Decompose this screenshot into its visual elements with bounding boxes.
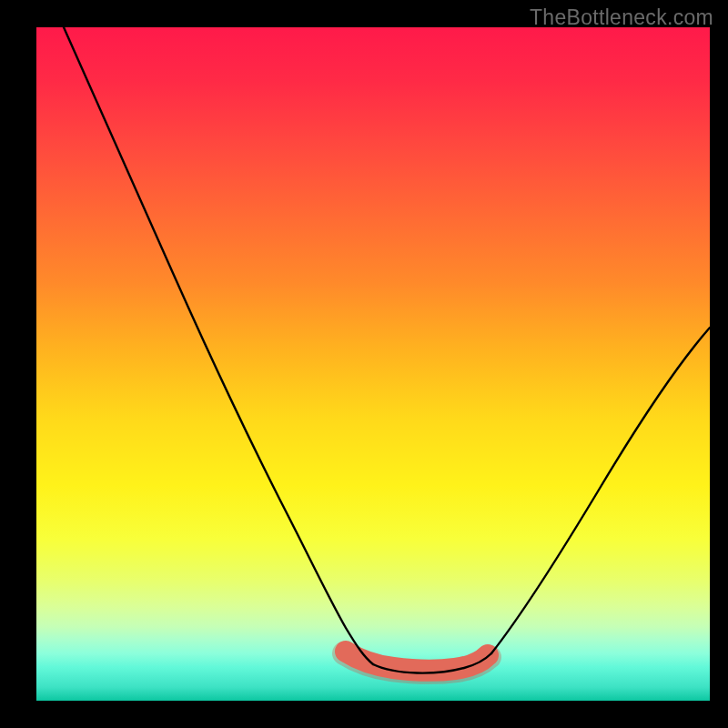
curve-layer xyxy=(36,27,710,701)
chart-frame: TheBottleneck.com xyxy=(0,0,728,728)
bottleneck-curve-right xyxy=(491,328,710,653)
bottleneck-curve-left xyxy=(64,27,373,664)
plot-area xyxy=(36,27,710,701)
watermark-text: TheBottleneck.com xyxy=(530,5,713,30)
